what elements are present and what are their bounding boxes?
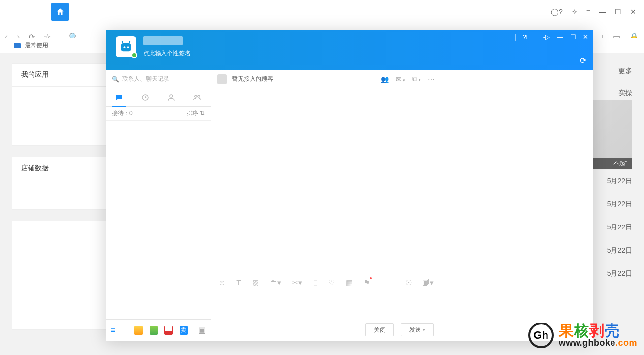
- minimize-icon[interactable]: —: [557, 33, 563, 41]
- svg-point-2: [127, 46, 129, 48]
- menu-icon[interactable]: ≡: [586, 8, 590, 16]
- app-shortcut-icon[interactable]: [164, 326, 173, 335]
- close-icon[interactable]: ✕: [583, 33, 588, 41]
- maximize-icon[interactable]: ☐: [570, 33, 576, 41]
- svg-rect-0: [121, 43, 131, 51]
- app-shortcut-icon[interactable]: [134, 326, 142, 335]
- sidebar-status: 接待：0 排序 ⇅: [106, 107, 211, 121]
- app-shortcut-icon[interactable]: 卖: [180, 326, 188, 335]
- help-icon[interactable]: ?⃝: [523, 33, 529, 41]
- more-icon[interactable]: ⋯: [428, 75, 435, 83]
- home-button[interactable]: [51, 3, 69, 21]
- calc-icon[interactable]: ▦: [346, 278, 353, 287]
- phone-icon[interactable]: ⌷: [313, 278, 318, 287]
- user-name: [143, 36, 183, 45]
- message-area: [211, 88, 441, 274]
- watermark: Gh 果核剥壳 www.ghboke.com: [528, 323, 637, 348]
- browser-window-controls: ◯? ✧ ≡ — ☐ ✕: [543, 0, 644, 24]
- chat-window-controls: ?⃝ -▷ — ☐ ✕: [515, 33, 588, 41]
- chat-right-panel: [441, 70, 593, 341]
- svg-point-1: [124, 46, 126, 48]
- watermark-url: www.ghboke.com: [559, 338, 637, 348]
- svg-point-4: [170, 95, 173, 97]
- svg-point-5: [195, 95, 197, 97]
- font-icon[interactable]: T: [236, 278, 241, 287]
- editor-actions: 关闭 发送: [211, 319, 441, 341]
- panel-icon[interactable]: ▣: [198, 325, 206, 335]
- chat-sidebar: 🔍 联系人、聊天记录 接待：0 排序 ⇅: [106, 70, 211, 341]
- minimize-icon[interactable]: —: [599, 8, 606, 16]
- extensions-icon[interactable]: ✧: [572, 8, 578, 16]
- watermark-logo-icon: Gh: [528, 323, 554, 348]
- status-online-icon: [131, 52, 137, 58]
- flag-icon[interactable]: ⚑: [363, 278, 370, 287]
- watermark-title: 果核剥壳: [559, 323, 637, 339]
- pin-icon[interactable]: -▷: [543, 33, 550, 41]
- heart-icon[interactable]: ♡: [328, 278, 335, 287]
- browser-tab[interactable]: [0, 0, 49, 24]
- tab-contact[interactable]: [159, 88, 185, 106]
- search-icon: 🔍: [112, 76, 119, 83]
- more-link[interactable]: 更多: [618, 67, 632, 76]
- message-input[interactable]: [211, 290, 441, 319]
- video-icon[interactable]: ⧉: [412, 75, 421, 83]
- image-icon[interactable]: ▨: [252, 278, 259, 287]
- app-shortcut-icon[interactable]: [150, 326, 158, 335]
- template-icon[interactable]: 🗐▾: [422, 278, 434, 287]
- tab-chats[interactable]: [106, 88, 132, 106]
- maximize-icon[interactable]: ☐: [615, 8, 621, 16]
- sidebar-bottom-bar: ≡ 卖 ▣: [106, 319, 211, 341]
- transfer-icon[interactable]: ✉: [396, 75, 406, 83]
- search-input[interactable]: 🔍 联系人、聊天记录: [106, 70, 211, 88]
- bookmark-label[interactable]: 最常使用: [25, 41, 48, 50]
- close-icon[interactable]: ✕: [630, 8, 636, 16]
- browser-titlebar: ◯? ✧ ≡ — ☐ ✕: [0, 0, 644, 24]
- customer-avatar: [217, 74, 227, 84]
- avatar[interactable]: [116, 36, 136, 57]
- chat-main: 暂无接入的顾客 👥 ✉ ⧉ ⋯ ☺ T ▨ 🗀▾ ✂▾ ⌷ ♡ ▦ ⚑: [211, 70, 441, 341]
- signature-input[interactable]: 点此输入个性签名: [143, 49, 191, 58]
- tab-group[interactable]: [185, 88, 211, 106]
- emoji-icon[interactable]: ☺: [218, 278, 225, 287]
- chat-header: 点此输入个性签名 ?⃝ -▷ — ☐ ✕ ⟳: [106, 30, 593, 70]
- chat-window: 点此输入个性签名 ?⃝ -▷ — ☐ ✕ ⟳ 🔍 联系人、聊天记录: [106, 30, 593, 341]
- cut-icon[interactable]: ✂▾: [292, 278, 302, 287]
- invite-icon[interactable]: 👥: [381, 75, 389, 83]
- quick-reply-icon[interactable]: ☉: [405, 278, 412, 287]
- help-icon[interactable]: ◯?: [551, 8, 563, 16]
- sort-toggle[interactable]: 排序 ⇅: [187, 109, 205, 118]
- no-customer-label: 暂无接入的顾客: [232, 75, 273, 83]
- send-button[interactable]: 发送: [401, 323, 434, 336]
- close-button[interactable]: 关闭: [365, 323, 394, 336]
- bookmark-folder-icon: [14, 43, 21, 48]
- refresh-icon[interactable]: ⟳: [580, 56, 586, 65]
- sidebar-tabs: [106, 88, 211, 107]
- folder-icon[interactable]: 🗀▾: [270, 278, 281, 287]
- editor-toolbar: ☺ T ▨ 🗀▾ ✂▾ ⌷ ♡ ▦ ⚑ ☉ 🗐▾: [211, 274, 441, 290]
- conversation-header: 暂无接入的顾客 👥 ✉ ⧉ ⋯: [211, 70, 441, 88]
- menu-icon[interactable]: ≡: [111, 326, 115, 335]
- svg-point-6: [198, 95, 200, 97]
- tab-recent[interactable]: [132, 88, 158, 106]
